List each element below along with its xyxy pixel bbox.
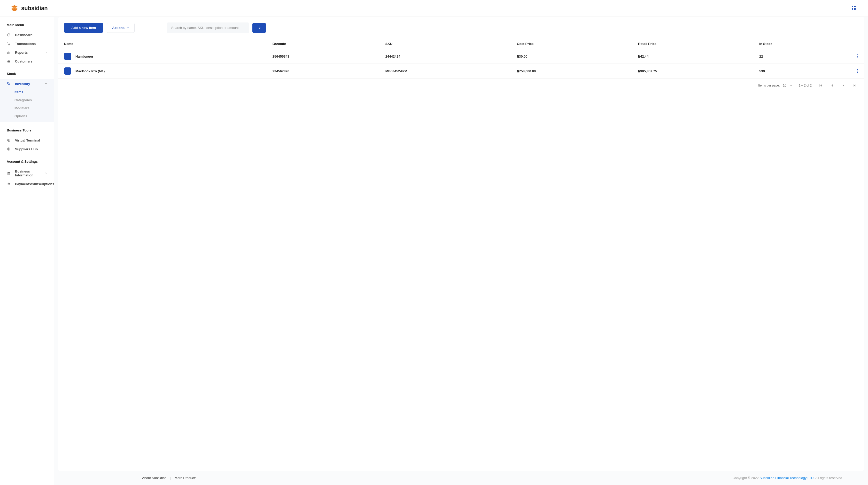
chart-icon bbox=[7, 51, 11, 55]
copyright-suffix: . All rights reserved bbox=[813, 476, 842, 480]
svg-point-19 bbox=[8, 149, 9, 150]
svg-point-10 bbox=[8, 45, 8, 45]
footer-link-more-products[interactable]: More Products bbox=[175, 476, 196, 480]
sidebar-item-customers[interactable]: Customers bbox=[0, 57, 54, 66]
sidebar-heading: Business Tools bbox=[0, 128, 54, 132]
item-name: MacBook Pro (M1) bbox=[75, 69, 104, 73]
svg-point-22 bbox=[858, 56, 858, 57]
svg-rect-20 bbox=[8, 173, 10, 174]
sidebar-item-label: Inventory bbox=[15, 82, 30, 86]
item-cost: ₦30.00 bbox=[511, 49, 632, 64]
items-table: Name Barcode SKU Cost Price Retail Price… bbox=[58, 39, 864, 78]
svg-rect-3 bbox=[852, 8, 853, 9]
footer-link-about[interactable]: About Subsidian bbox=[142, 476, 167, 480]
prev-page-button[interactable] bbox=[829, 82, 835, 89]
briefcase-icon bbox=[7, 59, 11, 63]
chevron-right-icon bbox=[45, 172, 47, 174]
svg-point-25 bbox=[858, 71, 858, 71]
sidebar-subitem-modifiers[interactable]: Modifiers bbox=[0, 104, 54, 112]
sidebar-item-dashboard[interactable]: Dashboard bbox=[0, 30, 54, 39]
sidebar-item-reports[interactable]: Reports bbox=[0, 48, 54, 57]
svg-rect-7 bbox=[854, 9, 855, 10]
column-header-cost-price[interactable]: Cost Price bbox=[511, 39, 632, 49]
column-header-barcode[interactable]: Barcode bbox=[267, 39, 380, 49]
item-cost: ₦758,000.00 bbox=[511, 64, 632, 78]
copyright-prefix: Copyright © 2022 bbox=[733, 476, 760, 480]
svg-point-21 bbox=[858, 55, 858, 55]
table-row[interactable]: MacBook Pro (M1) 234567890 MB53452APP ₦7… bbox=[58, 64, 864, 78]
asterisk-icon bbox=[7, 182, 11, 186]
sidebar-section-main-menu: Main Menu Dashboard Transactions Reports… bbox=[0, 23, 54, 66]
item-color-swatch bbox=[64, 67, 71, 75]
item-sku: MB53452APP bbox=[380, 64, 511, 78]
chevron-down-icon bbox=[127, 27, 129, 29]
sidebar-item-label: Business Information bbox=[15, 169, 39, 177]
sidebar-item-label: Suppliers Hub bbox=[15, 147, 38, 151]
actions-label: Actions bbox=[112, 26, 125, 30]
chevron-down-icon bbox=[45, 83, 47, 85]
svg-point-16 bbox=[8, 83, 8, 84]
dropdown-arrow-icon bbox=[790, 85, 792, 86]
item-barcode: 234567890 bbox=[267, 64, 380, 78]
svg-point-18 bbox=[7, 148, 10, 151]
next-page-button[interactable] bbox=[840, 82, 847, 89]
sidebar-item-suppliers-hub[interactable]: Suppliers Hub bbox=[0, 144, 54, 153]
brand-name: subsidian bbox=[21, 5, 48, 12]
sidebar-heading: Main Menu bbox=[0, 23, 54, 27]
column-header-sku[interactable]: SKU bbox=[380, 39, 511, 49]
sidebar-item-label: Transactions bbox=[15, 42, 36, 46]
chevron-right-icon bbox=[45, 51, 47, 54]
store-icon bbox=[7, 171, 11, 175]
apps-grid-icon[interactable] bbox=[851, 5, 858, 12]
svg-rect-6 bbox=[852, 9, 853, 10]
sidebar-item-virtual-terminal[interactable]: Virtual Terminal bbox=[0, 136, 54, 144]
globe-icon bbox=[7, 138, 11, 142]
footer-divider: | bbox=[170, 476, 171, 480]
svg-rect-15 bbox=[7, 61, 10, 63]
last-page-button[interactable] bbox=[851, 82, 858, 89]
footer-company-link[interactable]: Subsidian Financial Technology LTD bbox=[760, 476, 813, 480]
brand-logo[interactable]: subsidian bbox=[10, 4, 48, 12]
svg-rect-13 bbox=[8, 52, 9, 54]
column-header-retail-price[interactable]: Retail Price bbox=[632, 39, 753, 49]
item-name: Hamburger bbox=[75, 55, 93, 58]
sidebar-heading: Account & Settings bbox=[0, 160, 54, 163]
footer: About Subsidian | More Products Copyrigh… bbox=[54, 471, 868, 485]
row-actions-menu[interactable] bbox=[857, 54, 858, 58]
sidebar-heading: Stock bbox=[0, 72, 54, 76]
sidebar-item-payments-subscriptions[interactable]: Payments/Subscriptions bbox=[0, 180, 54, 188]
svg-rect-0 bbox=[852, 6, 853, 7]
item-color-swatch bbox=[64, 53, 71, 60]
item-barcode: 256455343 bbox=[267, 49, 380, 64]
sidebar-subitem-options[interactable]: Options bbox=[0, 112, 54, 120]
add-item-button[interactable]: Add a new Item bbox=[64, 23, 103, 33]
arrow-right-icon bbox=[257, 26, 261, 30]
svg-point-23 bbox=[858, 58, 858, 58]
per-page-select[interactable]: 10 bbox=[782, 83, 793, 88]
column-header-name[interactable]: Name bbox=[58, 39, 267, 49]
item-sku: 24442424 bbox=[380, 49, 511, 64]
svg-rect-8 bbox=[855, 9, 857, 10]
search-input[interactable] bbox=[167, 23, 249, 33]
actions-button[interactable]: Actions bbox=[107, 23, 134, 33]
globe-alt-icon bbox=[7, 147, 11, 151]
sidebar-item-business-information[interactable]: Business Information bbox=[0, 167, 54, 180]
sidebar-subitem-items[interactable]: Items bbox=[0, 88, 54, 96]
sidebar-item-inventory[interactable]: Inventory bbox=[0, 79, 54, 88]
sidebar-item-label: Dashboard bbox=[15, 33, 33, 37]
row-actions-menu[interactable] bbox=[857, 69, 858, 73]
search-button[interactable] bbox=[252, 23, 266, 33]
first-page-button[interactable] bbox=[817, 82, 824, 89]
sidebar-section-stock: Stock Inventory Items Categories Modifie… bbox=[0, 72, 54, 122]
svg-rect-5 bbox=[855, 8, 857, 9]
item-retail: ₦42.44 bbox=[632, 49, 753, 64]
table-row[interactable]: Hamburger 256455343 24442424 ₦30.00 ₦42.… bbox=[58, 49, 864, 64]
column-header-in-stock[interactable]: In Stock bbox=[753, 39, 851, 49]
sidebar-item-transactions[interactable]: Transactions bbox=[0, 39, 54, 48]
sidebar-subitem-categories[interactable]: Categories bbox=[0, 96, 54, 104]
cart-icon bbox=[7, 41, 11, 46]
svg-rect-4 bbox=[854, 8, 855, 9]
sidebar-item-label: Payments/Subscriptions bbox=[15, 182, 54, 186]
sidebar-item-label: Customers bbox=[15, 59, 33, 63]
sidebar-section-account-settings: Account & Settings Business Information … bbox=[0, 160, 54, 188]
